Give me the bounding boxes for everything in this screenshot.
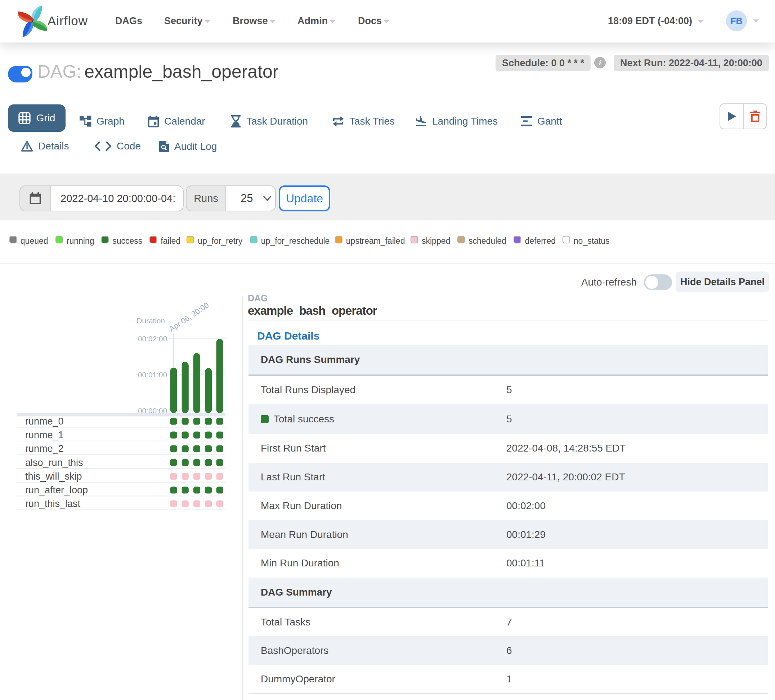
svg-text:also_run_this: also_run_this [25, 457, 83, 468]
svg-text:run_after_loop: run_after_loop [25, 485, 88, 495]
svg-text:run_this_last: run_this_last [25, 498, 81, 509]
svg-text:00:01:00: 00:01:00 [138, 371, 167, 379]
svg-text:runme_2: runme_2 [25, 443, 64, 454]
svg-text:Apr 06, 20:00: Apr 06, 20:00 [168, 301, 210, 333]
svg-text:00:02:00: 00:02:00 [138, 334, 167, 343]
svg-text:runme_0: runme_0 [25, 416, 64, 427]
svg-text:runme_1: runme_1 [25, 430, 64, 441]
svg-text:Duration: Duration [136, 316, 165, 325]
svg-text:this_will_skip: this_will_skip [25, 471, 82, 482]
